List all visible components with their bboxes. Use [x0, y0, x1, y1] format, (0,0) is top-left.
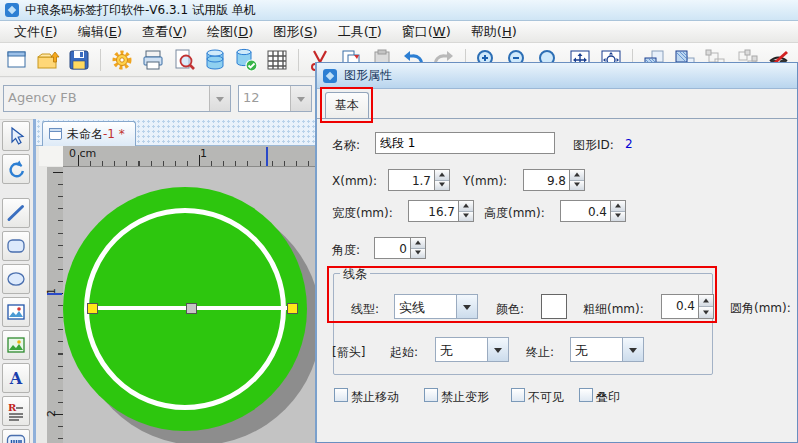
- shape-properties-dialog: 图形属性 基本 名称: 图形ID: 2 X(mm): 1.7 Y(mm): 9.…: [315, 62, 798, 443]
- insert-image-tool-button[interactable]: [2, 330, 30, 360]
- spin-up-icon[interactable]: [435, 170, 449, 181]
- spin-down-icon[interactable]: [611, 212, 625, 222]
- arrow-end-select[interactable]: 无: [570, 337, 644, 362]
- tool-palette: A R: [2, 121, 32, 443]
- line-type-select[interactable]: 实线: [394, 294, 478, 319]
- lock-resize-checkbox[interactable]: [424, 388, 438, 402]
- chevron-down-icon[interactable]: [209, 86, 230, 111]
- font-family-select[interactable]: Agency FB: [3, 85, 231, 112]
- line-weight-spinner[interactable]: 0.4: [661, 294, 714, 319]
- print-icon[interactable]: [141, 48, 165, 72]
- picture-tool-button[interactable]: [2, 297, 30, 327]
- database-icon[interactable]: [203, 48, 227, 72]
- spin-down-icon[interactable]: [570, 181, 584, 191]
- tab-basic[interactable]: 基本: [325, 92, 369, 118]
- angle-label: 角度:: [332, 242, 360, 259]
- x-spinner[interactable]: 1.7: [388, 169, 450, 191]
- rich-text-tool-button[interactable]: R: [2, 396, 30, 426]
- height-label: 高度(mm):: [484, 205, 545, 222]
- menu-edit[interactable]: 编辑(E): [68, 21, 132, 43]
- spin-up-icon[interactable]: [570, 170, 584, 181]
- move-handle-center[interactable]: [186, 303, 197, 314]
- name-label: 名称:: [332, 137, 360, 154]
- toolbar-separator: [100, 49, 101, 71]
- line-group-legend: 线条: [340, 266, 370, 283]
- spin-up-icon[interactable]: [411, 238, 425, 249]
- line-color-swatch[interactable]: [541, 294, 567, 319]
- open-icon[interactable]: [36, 48, 60, 72]
- print-preview-icon[interactable]: [172, 48, 196, 72]
- document-tab-title: 未命名: [67, 127, 103, 141]
- menu-file[interactable]: 文件(F): [4, 21, 68, 43]
- spin-down-icon[interactable]: [459, 212, 473, 222]
- chevron-down-icon[interactable]: [487, 338, 508, 361]
- y-spinner[interactable]: 9.8: [523, 169, 585, 191]
- line-tool-button[interactable]: [2, 198, 30, 228]
- rotate-tool-button[interactable]: [2, 154, 30, 184]
- spinner-buttons[interactable]: [611, 200, 626, 222]
- shape-id-value: 2: [625, 137, 633, 151]
- document-tab[interactable]: 未命名-1 *: [42, 121, 136, 146]
- chevron-down-icon[interactable]: [290, 86, 311, 111]
- menu-shape[interactable]: 图形(S): [263, 21, 327, 43]
- x-value[interactable]: 1.7: [388, 169, 435, 191]
- angle-spinner[interactable]: 0: [374, 237, 426, 259]
- arrow-start-select[interactable]: 无: [435, 337, 509, 362]
- spinner-buttons[interactable]: [435, 169, 450, 191]
- menu-view[interactable]: 查看(V): [132, 21, 197, 43]
- tab-basic-label: 基本: [335, 97, 359, 114]
- ellipse-icon: [6, 269, 26, 289]
- resize-handle-right[interactable]: [287, 303, 298, 314]
- menu-help[interactable]: 帮助(H): [461, 21, 527, 43]
- barcode-tool-button[interactable]: [2, 429, 30, 443]
- spinner-buttons[interactable]: [570, 169, 585, 191]
- spin-down-icon[interactable]: [699, 307, 713, 318]
- save-icon[interactable]: [67, 48, 91, 72]
- label-canvas[interactable]: [63, 167, 318, 443]
- grid-icon[interactable]: [265, 48, 289, 72]
- menu-window[interactable]: 窗口(W): [392, 21, 461, 43]
- settings-icon[interactable]: [110, 48, 134, 72]
- width-spinner[interactable]: 16.7: [408, 200, 474, 222]
- text-tool-button[interactable]: A: [2, 363, 30, 393]
- title-bar: 中琅条码标签打印软件-V6.3.1 试用版 单机: [0, 0, 798, 21]
- spinner-buttons[interactable]: [699, 294, 714, 319]
- new-icon[interactable]: [5, 48, 29, 72]
- arrow-end-label: 终止:: [526, 344, 554, 361]
- spin-up-icon[interactable]: [699, 295, 713, 307]
- menu-tools[interactable]: 工具(T): [328, 21, 392, 43]
- chevron-down-icon[interactable]: [456, 295, 477, 318]
- database-connect-icon[interactable]: [234, 48, 258, 72]
- width-value[interactable]: 16.7: [408, 200, 459, 222]
- chevron-down-icon[interactable]: [622, 338, 643, 361]
- spin-up-icon[interactable]: [611, 201, 625, 212]
- height-value[interactable]: 0.4: [560, 200, 611, 222]
- line-icon: [6, 203, 26, 223]
- horizontal-ruler: 0 cm 1: [63, 146, 318, 167]
- spin-down-icon[interactable]: [411, 249, 425, 259]
- toolbar-separator: [298, 49, 299, 71]
- overprint-checkbox[interactable]: [579, 388, 593, 402]
- dialog-title-bar[interactable]: 图形属性: [317, 63, 797, 89]
- font-size-select[interactable]: 12: [238, 85, 312, 112]
- spinner-buttons[interactable]: [411, 237, 426, 259]
- spinner-buttons[interactable]: [459, 200, 474, 222]
- resize-handle-left[interactable]: [87, 303, 98, 314]
- lock-move-checkbox[interactable]: [334, 388, 348, 402]
- rounded-rect-tool-button[interactable]: [2, 231, 30, 261]
- shape-id-label: 图形ID:: [573, 137, 614, 154]
- spin-up-icon[interactable]: [459, 201, 473, 212]
- name-input[interactable]: [375, 132, 555, 154]
- height-spinner[interactable]: 0.4: [560, 200, 626, 222]
- ellipse-tool-button[interactable]: [2, 264, 30, 294]
- vertical-ruler: 1 2: [47, 167, 64, 443]
- invisible-checkbox[interactable]: [511, 388, 525, 402]
- rounded-rect-icon: [6, 236, 26, 256]
- spin-down-icon[interactable]: [435, 181, 449, 191]
- menu-draw[interactable]: 绘图(D): [197, 21, 263, 43]
- angle-value[interactable]: 0: [374, 237, 411, 259]
- ruler-position-marker: [47, 293, 62, 295]
- line-weight-value[interactable]: 0.4: [661, 294, 699, 319]
- select-tool-button[interactable]: [2, 121, 30, 151]
- y-value[interactable]: 9.8: [523, 169, 570, 191]
